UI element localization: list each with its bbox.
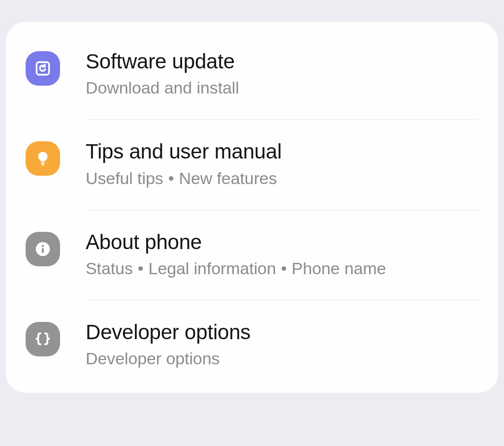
svg-rect-5 <box>42 248 44 253</box>
svg-rect-2 <box>41 164 44 165</box>
about-phone-item[interactable]: About phone Status•Legal information•Pho… <box>6 210 498 300</box>
separator-dot: • <box>138 259 144 278</box>
software-update-title: Software update <box>86 49 478 74</box>
software-update-subtitle: Download and install <box>86 77 478 99</box>
subtitle-part: Download and install <box>86 78 239 97</box>
tips-manual-text: Tips and user manual Useful tips•New fea… <box>86 139 478 190</box>
software-update-icon <box>26 51 60 86</box>
developer-options-item[interactable]: Developer options Developer options <box>6 300 498 383</box>
lightbulb-icon <box>26 141 60 176</box>
subtitle-part: Developer options <box>86 349 220 368</box>
separator-dot: • <box>168 169 174 188</box>
developer-options-title: Developer options <box>86 320 478 345</box>
subtitle-part: Useful tips <box>86 169 163 188</box>
tips-manual-item[interactable]: Tips and user manual Useful tips•New fea… <box>6 120 498 209</box>
subtitle-part: New features <box>179 169 277 188</box>
settings-card: Software update Download and install Tip… <box>6 22 498 393</box>
tips-manual-title: Tips and user manual <box>86 139 478 164</box>
subtitle-part: Status <box>86 259 133 278</box>
about-phone-text: About phone Status•Legal information•Pho… <box>86 230 478 280</box>
subtitle-part: Legal information <box>149 259 276 278</box>
subtitle-part: Phone name <box>292 259 386 278</box>
svg-rect-1 <box>41 162 45 164</box>
separator-dot: • <box>281 259 287 278</box>
software-update-item[interactable]: Software update Download and install <box>6 36 498 119</box>
info-icon <box>26 232 60 266</box>
about-phone-subtitle: Status•Legal information•Phone name <box>86 257 478 280</box>
developer-options-text: Developer options Developer options <box>86 320 478 370</box>
software-update-text: Software update Download and install <box>86 49 478 99</box>
svg-point-4 <box>42 245 44 247</box>
braces-icon <box>26 322 60 356</box>
svg-rect-0 <box>36 62 49 74</box>
developer-options-subtitle: Developer options <box>86 348 478 370</box>
tips-manual-subtitle: Useful tips•New features <box>86 167 478 190</box>
about-phone-title: About phone <box>86 230 478 255</box>
